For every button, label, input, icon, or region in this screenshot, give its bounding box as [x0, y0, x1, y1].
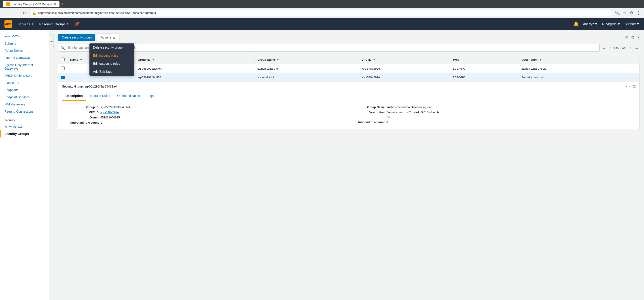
sidebar-item-subnets[interactable]: Subnets: [0, 40, 49, 47]
account-nav-item[interactable]: abc.xyz ▼: [584, 22, 598, 26]
tab-description[interactable]: Description: [62, 91, 86, 101]
settings-icon[interactable]: ⚙: [631, 35, 634, 40]
row-2-group-name: vpc-endpoint: [255, 73, 359, 82]
resource-groups-nav-item[interactable]: Resource Groups ▼: [39, 22, 69, 26]
dropdown-item-edit-inbound-rules[interactable]: Edit inbound rules: [90, 52, 134, 60]
copy-icon[interactable]: ⧉: [387, 115, 390, 118]
pagination-label: 1 to 9 of 9: [613, 46, 627, 50]
pagination-last-button[interactable]: ↠: [634, 46, 640, 51]
detail-panel: Security Group: sg-05b298f3af85489a4 ▪ ▫…: [58, 82, 640, 129]
group-name-sort-icon[interactable]: ▼: [276, 59, 279, 61]
value-outbound-rule-count: 1: [100, 121, 102, 124]
sidebar-item-your-vpcs[interactable]: Your VPCs: [0, 33, 49, 40]
detail-panel-icon-3[interactable]: ⊠: [632, 84, 636, 89]
column-header-group-name: Group Name ▼: [255, 55, 359, 64]
aws-logo[interactable]: aws: [4, 20, 12, 28]
select-all-checkbox[interactable]: [61, 58, 64, 61]
sidebar-item-route-tables[interactable]: Route Tables: [0, 47, 49, 54]
filter-input[interactable]: [66, 46, 597, 50]
new-tab-button[interactable]: +: [61, 2, 64, 7]
security-groups-table: Name ▼ Group ID ▼ Group Name ▼ VPC ID ▼: [58, 55, 640, 82]
notifications-bell-icon[interactable]: 🔔: [573, 21, 579, 27]
account-label: abc.xyz: [584, 22, 594, 26]
address-bar[interactable]: 🔒 https://console.aws.amazon.com/vpc/hom…: [30, 10, 612, 16]
detail-panel-icon-2[interactable]: ▫: [629, 84, 630, 89]
tab-inbound-rules[interactable]: Inbound Rules: [86, 91, 114, 101]
field-inbound-rule-count: Inbound rule count 0: [353, 120, 630, 124]
row-checkbox-2-selected[interactable]: [61, 76, 64, 79]
vpc-id-sort-icon[interactable]: ▼: [373, 59, 376, 61]
table-row[interactable]: sg-058900eacc7c... launch-wizard-5 vpc-5…: [58, 64, 640, 73]
browser-extensions-icon[interactable]: ⚙: [629, 10, 634, 16]
actions-dropdown-menu: Delete security group Edit inbound rules…: [90, 44, 134, 76]
services-nav-item[interactable]: Services ▼: [18, 22, 34, 26]
support-nav-item[interactable]: Support ▼: [625, 22, 640, 26]
detail-panel-header: Security Group: sg-05b298f3af85489a4 ▪ ▫…: [58, 82, 639, 91]
help-icon[interactable]: ?: [637, 35, 640, 40]
tab-tags[interactable]: Tags: [144, 91, 158, 101]
pagination-next-button[interactable]: ›: [629, 46, 632, 51]
label-group-id: Group ID: [67, 105, 98, 109]
resource-groups-label: Resource Groups: [39, 22, 66, 26]
sidebar-item-endpoint-services[interactable]: Endpoint Services: [0, 94, 49, 101]
detail-tabs: Description Inbound Rules Outbound Rules…: [58, 91, 639, 101]
account-arrow-icon: ▼: [594, 22, 598, 26]
region-nav-item[interactable]: N. Virginia ▼: [602, 22, 620, 26]
browser-menu-icon[interactable]: ⋮: [636, 10, 641, 16]
sidebar-item-dhcp-options-sets[interactable]: DHCP Options Sets: [0, 72, 49, 79]
pin-icon[interactable]: 📌: [74, 22, 80, 27]
browser-search-icon[interactable]: 🔍: [614, 10, 621, 16]
support-arrow-icon: ▼: [636, 22, 640, 26]
detail-panel-icon-1[interactable]: ▪: [626, 84, 627, 89]
row-2-description: Security group of ...: [519, 73, 640, 82]
dropdown-item-add-edit-tags[interactable]: Add/Edit Tags: [90, 68, 134, 76]
refresh-button[interactable]: ↻: [20, 10, 28, 17]
browser-tab[interactable]: Security Groups | VPC Manage ×: [3, 1, 60, 7]
field-group-id: Group ID sg-05b298f3af85489a4: [67, 105, 344, 109]
dropdown-item-delete-security-group[interactable]: Delete security group: [90, 44, 134, 52]
security-section-label: Security: [0, 115, 49, 123]
description-sort-icon[interactable]: ▼: [539, 59, 542, 61]
create-security-group-button[interactable]: Create security group: [58, 34, 95, 41]
table-row[interactable]: sg-05b298f3af854... vpc-endpoint vpc-548…: [58, 73, 640, 82]
toolbar-right-icons: ↻ ⚙ ?: [625, 35, 640, 40]
detail-content: Group ID sg-05b298f3af85489a4 VPC ID vpc…: [58, 101, 639, 129]
group-id-sort-icon[interactable]: ▼: [152, 59, 154, 61]
sidebar-item-nat-gateways[interactable]: NAT Gateways: [0, 101, 49, 108]
label-inbound-rule-count: Inbound rule count: [353, 120, 384, 124]
name-sort-icon[interactable]: ▼: [80, 59, 82, 61]
sidebar-item-egress-only-internet-gateways[interactable]: Egress Only Internet Gateways: [0, 61, 49, 72]
value-vpc-id[interactable]: vpc-548a592e: [100, 111, 119, 114]
search-icon: 🔍: [60, 46, 65, 50]
label-vpc-id: VPC ID: [67, 111, 98, 114]
filter-bar[interactable]: 🔍: [58, 44, 600, 52]
tab-close-button[interactable]: ×: [54, 2, 56, 6]
pagination-prev-button[interactable]: ‹: [608, 46, 612, 51]
value-inbound-rule-count: 0: [386, 120, 388, 124]
actions-button[interactable]: Actions ▲: [97, 34, 120, 41]
sidebar-item-elastic-ips[interactable]: Elastic IPs: [0, 79, 49, 86]
sidebar-item-endpoints[interactable]: Endpoints: [0, 86, 49, 94]
sidebar-item-security-groups[interactable]: Security Groups: [0, 130, 49, 137]
browser-bookmark-icon[interactable]: ☆: [622, 10, 628, 16]
forward-button[interactable]: →: [12, 10, 19, 17]
sidebar-collapse-button[interactable]: ◀: [49, 35, 54, 48]
back-button[interactable]: ←: [3, 10, 10, 17]
row-2-type: EC2-VPC: [450, 73, 519, 82]
field-vpc-id: VPC ID vpc-548a592e: [67, 111, 344, 114]
sidebar-item-network-acls[interactable]: Network ACLs: [0, 123, 49, 130]
sidebar-item-peering-connections[interactable]: Peering Connections: [0, 108, 49, 115]
row-checkbox-1[interactable]: [61, 67, 64, 70]
tab-title: Security Groups | VPC Manage: [12, 3, 52, 6]
actions-label: Actions: [101, 36, 111, 39]
row-1-type: EC2-VPC: [450, 64, 519, 73]
sidebar-item-internet-gateways[interactable]: Internet Gateways: [0, 54, 49, 61]
detail-left-column: Group ID sg-05b298f3af85489a4 VPC ID vpc…: [67, 105, 344, 124]
dropdown-item-edit-outbound-rules[interactable]: Edit outbound rules: [90, 60, 134, 68]
column-header-group-id: Group ID ▼: [135, 55, 255, 64]
tab-outbound-rules[interactable]: Outbound Rules: [114, 91, 143, 101]
refresh-table-icon[interactable]: ↻: [625, 35, 628, 40]
row-2-vpc-id: vpc-548a592e: [359, 73, 450, 82]
browser-toolbar: ← → ↻ 🔒 https://console.aws.amazon.com/v…: [0, 8, 644, 18]
pagination-first-button[interactable]: ↞: [601, 46, 607, 51]
